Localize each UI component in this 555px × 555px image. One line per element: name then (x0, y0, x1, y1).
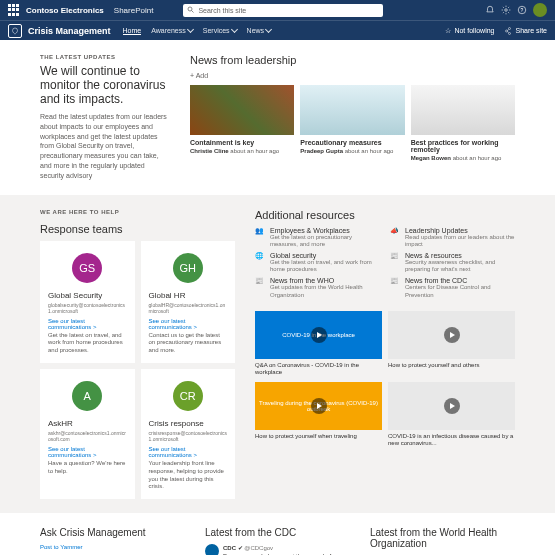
resource-link[interactable]: 📰News & resourcesSecurity awareness chec… (390, 252, 515, 273)
svg-point-2 (505, 9, 508, 12)
team-avatar: GS (72, 253, 102, 283)
people-icon: 👥 (255, 227, 265, 248)
cdc-heading: Latest from the CDC (205, 527, 350, 538)
search-input[interactable]: Search this site (183, 4, 383, 17)
video-card[interactable]: How to protect yourself and others (388, 311, 515, 376)
news-icon: 📰 (390, 252, 400, 273)
nav-services[interactable]: Services (203, 27, 237, 35)
news-image (411, 85, 515, 135)
play-icon (311, 398, 327, 414)
hero-eyebrow: THE LATEST UPDATES (40, 54, 170, 60)
resource-link[interactable]: 🌐Global securityGet the latest on travel… (255, 252, 380, 273)
news-card[interactable]: Containment is key Christie Cline about … (190, 85, 294, 161)
svg-line-1 (192, 11, 194, 13)
chevron-down-icon (187, 26, 194, 33)
resources-heading: Additional resources (255, 209, 515, 221)
nav-news[interactable]: News (247, 27, 272, 35)
resource-link[interactable]: 📰News from the WHOGet updates from the W… (255, 277, 380, 298)
news-icon: 📰 (255, 277, 265, 298)
nav-home[interactable]: Home (123, 27, 142, 35)
site-logo[interactable] (8, 24, 22, 38)
post-yammer-link[interactable]: Post to Yammer (40, 544, 185, 550)
video-card[interactable]: Traveling during the coronavirus (COVID-… (255, 382, 382, 447)
search-icon (187, 6, 195, 14)
play-icon (444, 327, 460, 343)
play-icon (444, 398, 460, 414)
resource-link[interactable]: 👥Employees & WorkplacesGet the latest on… (255, 227, 380, 248)
app-name: SharePoint (114, 6, 154, 15)
search-placeholder: Search this site (198, 7, 246, 14)
not-following-button[interactable]: ☆Not following (445, 27, 494, 35)
tenant-brand: Contoso Electronics (26, 6, 104, 15)
resource-link[interactable]: 📣Leadership UpdatesRead updates from our… (390, 227, 515, 248)
yammer-heading: Ask Crisis Management (40, 527, 185, 538)
settings-icon[interactable] (501, 5, 511, 15)
help-eyebrow: WE ARE HERE TO HELP (40, 209, 235, 215)
team-card[interactable]: GSGlobal Securityglobalsecurity@contosoe… (40, 241, 135, 363)
hero-body: Read the latest updates from our leaders… (40, 112, 170, 181)
chevron-down-icon (231, 26, 238, 33)
megaphone-icon: 📣 (390, 227, 400, 248)
globe-icon: 🌐 (255, 252, 265, 273)
team-avatar: A (72, 381, 102, 411)
share-site-button[interactable]: Share site (504, 27, 547, 35)
chevron-down-icon (265, 26, 272, 33)
site-title[interactable]: Crisis Management (28, 26, 111, 36)
tweet-avatar (205, 544, 219, 555)
news-card[interactable]: Best practices for working remotely Mega… (411, 85, 515, 161)
who-heading: Latest from the World Health Organizatio… (370, 527, 515, 549)
add-news-button[interactable]: + Add (190, 72, 515, 79)
app-launcher-icon[interactable] (8, 4, 20, 16)
team-card[interactable]: GHGlobal HRglobalHR@contosoelectronics1.… (141, 241, 236, 363)
news-image (190, 85, 294, 135)
notifications-icon[interactable] (485, 5, 495, 15)
svg-point-0 (188, 7, 192, 11)
teams-heading: Response teams (40, 223, 235, 235)
news-icon: 📰 (390, 277, 400, 298)
team-card[interactable]: AAskHRaskhr@contosoelectronics1.onmicros… (40, 369, 135, 499)
team-avatar: CR (173, 381, 203, 411)
video-card[interactable]: COVID-19 is an infectious disease caused… (388, 382, 515, 447)
team-card[interactable]: CRCrisis responsecrisisresponse@contosoe… (141, 369, 236, 499)
nav-awareness[interactable]: Awareness (151, 27, 193, 35)
news-image (300, 85, 404, 135)
resource-link[interactable]: 📰News from the CDCCenters for Disease Co… (390, 277, 515, 298)
user-avatar[interactable] (533, 3, 547, 17)
video-card[interactable]: COVID-19 in the workplaceQ&A on Coronavi… (255, 311, 382, 376)
play-icon (311, 327, 327, 343)
news-heading: News from leadership (190, 54, 515, 66)
tweet[interactable]: CDC ✔ @CDCgov Everyone can help prevent … (205, 544, 350, 555)
help-icon[interactable]: ? (517, 5, 527, 15)
news-card[interactable]: Precautionary measures Pradeep Gupta abo… (300, 85, 404, 161)
hero-title: We will continue to monitor the coronavi… (40, 64, 170, 106)
team-avatar: GH (173, 253, 203, 283)
svg-text:?: ? (521, 7, 524, 13)
